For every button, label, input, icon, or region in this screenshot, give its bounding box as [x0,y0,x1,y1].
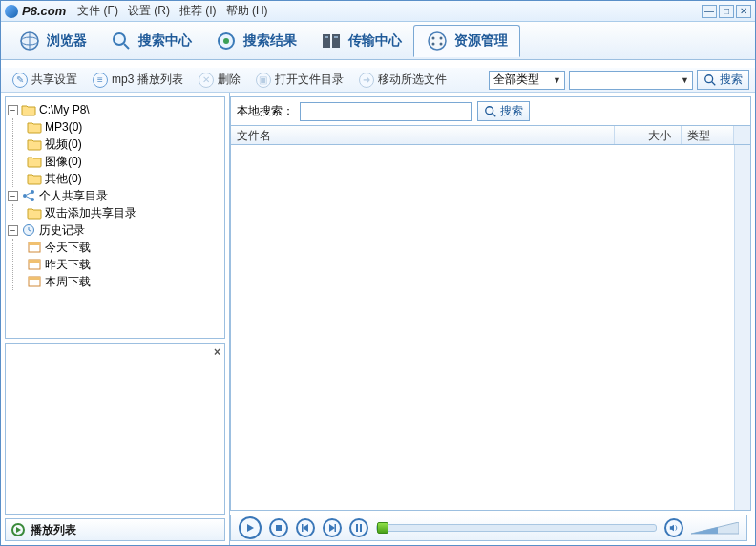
tree-other-label: 其他(0) [45,171,82,187]
main-tabs: 浏览器 搜索中心 搜索结果 传输中心 资源管理 [1,22,755,60]
volume-button[interactable] [664,518,683,537]
playlist-label: 播放列表 [31,522,76,538]
collapse-icon[interactable]: − [8,105,18,116]
next-button[interactable] [323,518,342,537]
collapse-icon[interactable]: − [8,225,18,236]
open-file-dir-button[interactable]: ▣ 打开文件目录 [250,70,349,90]
svg-rect-27 [302,524,304,532]
vertical-scrollbar[interactable] [734,145,750,510]
svg-rect-29 [356,524,358,532]
share-settings-button[interactable]: ✎ 共享设置 [7,70,83,90]
tab-search-results-label: 搜索结果 [243,32,297,50]
volume-slider[interactable] [691,522,739,534]
svg-point-14 [705,74,713,82]
stop-button[interactable] [269,518,288,537]
tree-root[interactable]: − C:\My P8\ [8,101,222,118]
tab-browser[interactable]: 浏览器 [7,25,98,57]
tree-history[interactable]: − 历史记录 [8,221,222,239]
search-results-icon [215,30,238,52]
tab-resource-mgmt[interactable]: 资源管理 [413,25,520,57]
toolbar-search-button[interactable]: 搜索 [697,70,749,90]
prev-button[interactable] [296,518,315,537]
panel-close-icon[interactable]: × [214,346,220,359]
chevron-down-icon: ▼ [553,75,561,85]
play-button[interactable] [239,516,262,539]
minimize-button[interactable]: — [702,5,717,18]
mp3-playlist-label: mp3 播放列表 [112,72,183,88]
svg-rect-28 [335,524,337,532]
clock-icon [21,223,36,237]
delete-icon: ✕ [199,73,214,88]
chevron-down-icon: ▼ [681,75,689,85]
playlist-bar[interactable]: 播放列表 [5,518,225,541]
tree-other[interactable]: 其他(0) [13,170,222,187]
tree-video-label: 视频(0) [45,136,82,153]
file-list-header: 文件名 大小 类型 [230,126,751,145]
folder-open-icon [21,103,36,116]
folder-icon [27,155,42,168]
tab-transfer-center[interactable]: 传输中心 [308,25,413,57]
progress-thumb[interactable] [377,522,388,534]
svg-rect-26 [276,525,282,531]
calendar-icon [27,258,42,271]
col-filename[interactable]: 文件名 [231,126,615,144]
close-button[interactable]: ✕ [736,5,751,18]
tree-root-label: C:\My P8\ [39,103,90,116]
type-filter-dropdown[interactable]: 全部类型 ▼ [489,71,565,90]
tree-video[interactable]: 视频(0) [13,136,222,153]
tree-yesterday-label: 昨天下载 [45,257,91,273]
folder-icon [27,120,42,134]
folder-icon [27,137,42,151]
maximize-button[interactable]: □ [719,5,734,18]
collapse-icon[interactable]: − [8,191,18,201]
delete-button[interactable]: ✕ 删除 [193,70,246,90]
folder-tree: − C:\My P8\ MP3(0) 视频(0) 图像(0) 其他(0) [5,96,225,339]
tree-today[interactable]: 今天下载 [13,239,222,256]
open-folder-icon: ▣ [256,73,271,88]
col-type[interactable]: 类型 [682,126,734,144]
menu-help[interactable]: 帮助 (H) [226,3,268,19]
sidebar: − C:\My P8\ MP3(0) 视频(0) 图像(0) 其他(0) [1,93,230,545]
mp3-playlist-button[interactable]: ≡ mp3 播放列表 [87,70,189,90]
app-title: P8.com [22,4,66,18]
tab-resource-mgmt-label: 资源管理 [454,32,508,50]
app-logo-icon [5,5,18,18]
svg-rect-8 [334,36,338,38]
pause-button[interactable] [349,518,368,537]
main-panel: 本地搜索： 搜索 文件名 大小 类型 [230,96,751,545]
sidebar-bottom-panel: × [5,343,225,514]
tab-search-center[interactable]: 搜索中心 [98,25,203,57]
calendar-icon [27,275,42,288]
menu-file[interactable]: 文件 (F) [77,3,118,19]
menu-settings[interactable]: 设置 (R) [128,3,170,19]
play-icon [11,523,25,536]
tree-personal-share[interactable]: − 个人共享目录 [8,187,222,204]
col-scroll-spacer [734,126,750,144]
svg-point-12 [432,43,435,46]
player-bar [230,514,747,541]
menu-recommend[interactable]: 推荐 (I) [179,3,217,19]
col-size[interactable]: 大小 [615,126,682,144]
search-icon [704,74,717,87]
tree-image[interactable]: 图像(0) [13,153,222,170]
tree-yesterday[interactable]: 昨天下载 [13,256,222,273]
tree-history-label: 历史记录 [39,222,85,239]
svg-rect-24 [29,277,40,280]
tree-add-share[interactable]: 双击添加共享目录 [13,204,222,221]
tree-thisweek-label: 本周下载 [45,274,91,290]
svg-point-13 [440,43,443,46]
move-selected-button[interactable]: ➜ 移动所选文件 [353,70,452,90]
move-icon: ➜ [359,73,374,88]
progress-slider[interactable] [376,524,657,532]
tree-mp3[interactable]: MP3(0) [13,118,222,136]
tree-thisweek[interactable]: 本周下载 [13,273,222,290]
tab-transfer-center-label: 传输中心 [348,32,402,50]
local-search-button[interactable]: 搜索 [477,101,530,121]
tab-search-results[interactable]: 搜索结果 [203,25,308,57]
secondary-filter-dropdown[interactable]: ▼ [569,71,693,90]
tab-search-center-label: 搜索中心 [138,32,192,50]
local-search-button-label: 搜索 [500,103,523,119]
toolbar: ✎ 共享设置 ≡ mp3 播放列表 ✕ 删除 ▣ 打开文件目录 ➜ 移动所选文件… [1,68,755,93]
browser-icon [18,30,41,52]
local-search-input[interactable] [300,102,472,121]
